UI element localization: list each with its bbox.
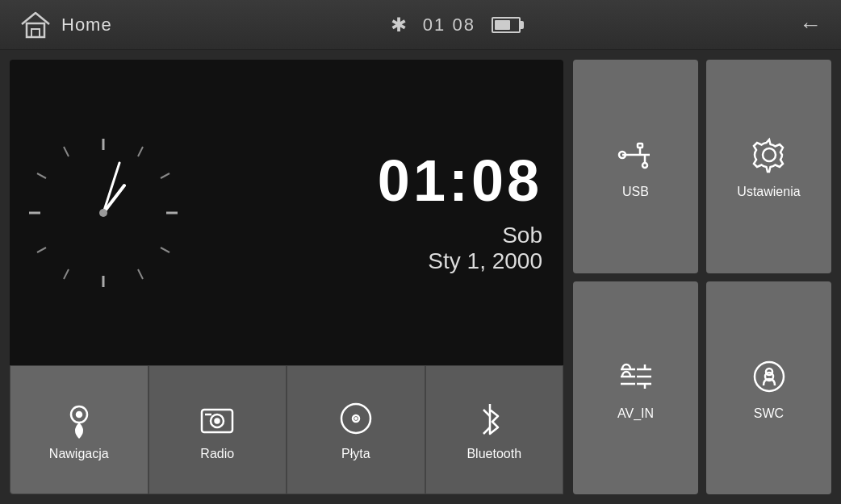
av-in-button[interactable]: AV_IN: [573, 281, 698, 495]
av-in-label: AV_IN: [617, 406, 654, 421]
back-button[interactable]: ←: [799, 12, 822, 38]
svg-line-7: [138, 269, 143, 279]
home-button[interactable]: [19, 10, 52, 40]
plyta-button[interactable]: Płyta: [287, 365, 425, 494]
svg-point-25: [354, 417, 358, 420]
top-bar-left: Home: [19, 10, 112, 40]
svg-point-21: [215, 419, 220, 423]
right-panel: USB Ustawienia: [573, 60, 831, 494]
svg-rect-31: [638, 144, 642, 148]
date-label: Sty 1, 2000: [184, 248, 542, 274]
svg-line-13: [64, 147, 69, 156]
svg-line-3: [138, 147, 143, 156]
top-bar: Home ✱ 01 08 ←: [0, 0, 841, 50]
svg-point-32: [642, 163, 647, 168]
day-label: Sob: [184, 223, 542, 248]
svg-line-10: [37, 248, 46, 252]
battery-icon: [492, 17, 521, 33]
svg-rect-0: [27, 23, 44, 37]
svg-line-12: [37, 173, 46, 178]
analog-clock: [23, 132, 184, 294]
bottom-nav: Nawigacja Radio Płyta: [10, 365, 563, 494]
svg-line-9: [64, 269, 69, 279]
left-panel: 01:08 Sob Sty 1, 2000 Nawigacja: [10, 60, 563, 494]
bluetooth-button[interactable]: Bluetooth: [425, 365, 564, 494]
svg-line-4: [161, 173, 169, 178]
ustawienia-label: Ustawienia: [737, 185, 800, 199]
digital-time: 01:08: [184, 152, 542, 210]
bluetooth-icon: ✱: [391, 14, 407, 36]
svg-point-16: [99, 209, 107, 217]
bluetooth-label: Bluetooth: [467, 447, 521, 461]
digital-info: 01:08 Sob Sty 1, 2000: [184, 152, 550, 274]
usb-label: USB: [622, 185, 649, 199]
swc-button[interactable]: SWC: [706, 281, 831, 495]
clock-area: 01:08 Sob Sty 1, 2000: [10, 60, 563, 365]
swc-label: SWC: [754, 406, 784, 421]
page-title: Home: [61, 15, 112, 35]
radio-button[interactable]: Radio: [149, 365, 287, 494]
svg-point-37: [755, 362, 784, 391]
svg-point-34: [763, 148, 776, 161]
ustawienia-button[interactable]: Ustawienia: [706, 60, 831, 273]
nawigacja-button[interactable]: Nawigacja: [10, 365, 149, 494]
usb-button[interactable]: USB: [573, 60, 698, 273]
svg-line-14: [103, 185, 124, 213]
svg-rect-1: [31, 29, 40, 37]
main-content: 01:08 Sob Sty 1, 2000 Nawigacja: [0, 50, 841, 504]
svg-line-15: [103, 163, 119, 213]
top-bar-right: ←: [799, 12, 822, 38]
top-bar-center: ✱ 01 08: [391, 14, 521, 36]
nawigacja-label: Nawigacja: [49, 447, 109, 461]
svg-point-18: [77, 412, 82, 417]
top-bar-time: 01 08: [423, 15, 475, 35]
radio-label: Radio: [200, 447, 234, 461]
svg-line-6: [161, 248, 169, 252]
plyta-label: Płyta: [341, 447, 370, 461]
